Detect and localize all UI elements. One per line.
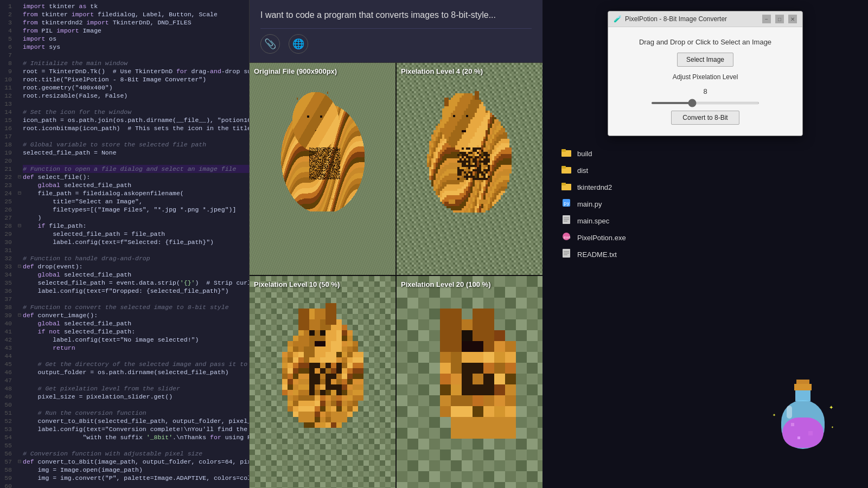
code-line-56: 56# Conversion function with adjustable … [0,450,249,458]
line-content: # Conversion function with adjustable pi… [23,450,249,458]
slider-container[interactable] [651,102,760,104]
line-number: 34 [0,271,16,279]
line-content: selected_file_path = None [23,149,249,157]
line-number: 11 [0,84,16,92]
code-line-19: 19selected_file_path = None [0,149,249,157]
line-number: 39 [0,311,16,319]
line-number: 58 [0,466,16,474]
fold-icon[interactable]: ⊟ [16,173,23,181]
file-item-main-py[interactable]: pymain.py [559,197,852,211]
line-content: # Initialize the main window [23,59,249,67]
code-line-42: 42 label.config(text="No image selected!… [0,336,249,344]
code-line-35: 35 selected_file_path = event.data.strip… [0,279,249,287]
file-item-main-spec[interactable]: main.spec [559,214,852,228]
file-item-PixelPotion-exe[interactable]: exePixelPotion.exe [559,231,852,245]
code-line-23: 23 global selected_file_path [0,181,249,189]
pixel-potion-window: 🧪 PixelPotion - 8-Bit Image Converter − … [608,11,803,136]
line-number: 46 [0,368,16,376]
line-content: from tkinter import filedialog, Label, B… [23,10,249,18]
code-line-31: 31 [0,246,249,254]
image-grid: Original File (900x900px) Pixelation Lev… [250,63,542,488]
code-line-59: 59 img = img.convert("P", palette=Image.… [0,474,249,482]
line-number: 43 [0,344,16,352]
line-content: from PIL import Image [23,27,249,35]
line-number: 40 [0,319,16,328]
fold-icon[interactable]: ⊟ [16,189,23,197]
code-line-46: 46 output_folder = os.path.dirname(selec… [0,368,249,376]
code-line-4: 4from PIL import Image [0,27,249,35]
fold-icon[interactable]: ⊟ [16,222,23,230]
file-item-dist[interactable]: dist [559,164,852,177]
svg-text:✦: ✦ [773,412,776,418]
svg-rect-19 [794,384,812,390]
folder-icon [561,165,572,176]
line-content: img = Image.open(image_path) [23,466,249,474]
line-number: 57 [0,458,16,466]
code-editor[interactable]: 1import tkinter as tk2from tkinter impor… [0,0,250,488]
code-line-37: 37 [0,295,249,303]
code-line-7: 7 [0,51,249,59]
line-content: global selected_file_path [23,181,249,189]
pixelation-slider[interactable] [651,102,760,104]
line-content: # Function to open a file dialog and sel… [23,165,249,173]
line-content: selected_file_path = file_path [23,230,249,238]
line-number: 10 [0,75,16,84]
code-line-33: 33⊟def drop(event): [0,262,249,271]
line-number: 26 [0,206,16,214]
file-item-tkinterdnd2[interactable]: tkinterdnd2 [559,181,852,194]
minimize-button[interactable]: − [762,15,771,23]
globe-button[interactable]: 🌐 [289,34,308,54]
file-item-build[interactable]: build [559,147,852,160]
line-content: convert_to_8bit(selected_file_path, outp… [23,417,250,425]
code-line-27: 27 ) [0,214,249,222]
line-number: 7 [0,51,16,59]
pixel-value: 8 [703,87,707,95]
drop-area-label: Drag and Drop or Click to Select an Imag… [639,38,771,46]
code-line-40: 40 global selected_file_path [0,319,249,328]
line-number: 31 [0,246,16,254]
line-content: import sys [23,43,249,51]
svg-rect-24 [808,431,813,435]
line-number: 32 [0,254,16,262]
line-content: # Global variable to store the selected … [23,140,249,149]
line-number: 8 [0,59,16,67]
line-content: title="Select an Image", [23,197,249,206]
code-line-11: 11root.geometry("400x400") [0,84,249,92]
line-number: 3 [0,18,16,27]
fold-icon[interactable]: ⊟ [16,262,23,271]
line-content: output_folder = os.path.dirname(selected… [23,368,249,376]
line-number: 33 [0,262,16,271]
fold-icon[interactable]: ⊟ [16,311,23,319]
line-content: # Get pixelation level from the slider [23,384,249,393]
line-number: 37 [0,295,16,303]
convert-button[interactable]: Convert to 8-Bit [671,111,739,125]
line-number: 38 [0,303,16,311]
svg-text:exe: exe [564,235,571,240]
close-button[interactable]: ✕ [788,15,797,23]
maximize-button[interactable]: □ [775,15,784,23]
svg-rect-15 [564,251,569,252]
attach-button[interactable]: 📎 [260,34,280,54]
window-titlebar: 🧪 PixelPotion - 8-Bit Image Converter − … [608,11,802,27]
svg-rect-25 [797,436,800,439]
line-content: global selected_file_path [23,319,249,328]
line-number: 23 [0,181,16,189]
fold-icon[interactable]: ⊟ [16,458,23,466]
line-content: import tkinter as tk [23,2,249,10]
select-image-button[interactable]: Select Image [677,53,733,67]
line-number: 51 [0,409,16,417]
chat-message: I want to code a program that converts i… [260,9,532,22]
line-content: selected_file_path = event.data.strip('{… [23,279,250,287]
svg-rect-3 [561,166,566,169]
svg-text:✦: ✦ [829,403,834,412]
image-cell-px20: Pixelation Level 20 (100 %) [397,276,542,488]
line-number: 27 [0,214,16,222]
svg-text:py: py [564,201,570,206]
line-number: 29 [0,230,16,238]
file-item-README-txt[interactable]: README.txt [559,248,852,261]
code-line-2: 2from tkinter import filedialog, Label, … [0,10,249,18]
folder-icon [561,148,572,159]
window-title: 🧪 PixelPotion - 8-Bit Image Converter [614,15,727,23]
line-content: global selected_file_path [23,271,249,279]
code-line-50: 50 [0,401,249,409]
